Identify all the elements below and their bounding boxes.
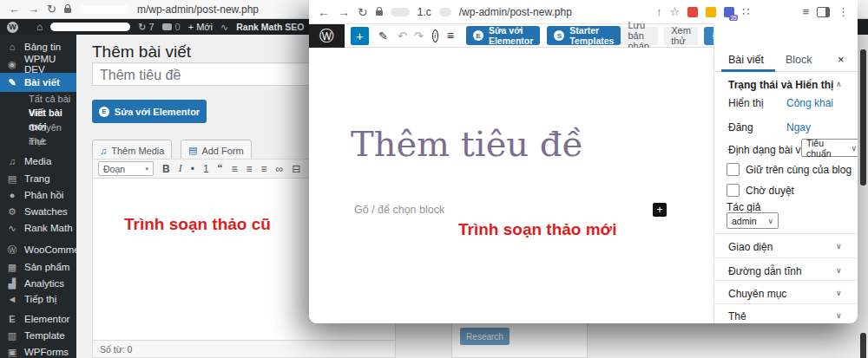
- pending-review-checkbox[interactable]: [727, 184, 740, 197]
- sidebar-item-marketing[interactable]: ◄ Tiếp thị: [0, 290, 76, 308]
- home-icon[interactable]: ⌂: [36, 21, 43, 33]
- address-bar[interactable]: /wp-admin/post-new.php: [459, 6, 572, 18]
- section-tags[interactable]: Thẻ: [728, 310, 746, 322]
- details-info-icon[interactable]: i: [432, 29, 438, 42]
- sidebar-item-woocommerce[interactable]: Ⓦ WooCommerce: [0, 241, 76, 258]
- numbered-list-icon[interactable]: 1: [203, 163, 209, 175]
- browser-menu-icon[interactable]: ⋮: [838, 5, 849, 18]
- sidebar-item-dashboard[interactable]: ⌂ Bảng tin: [0, 38, 76, 55]
- sidebar-item-tags[interactable]: Thẻ: [0, 134, 76, 148]
- back-icon[interactable]: ←: [318, 5, 330, 19]
- blockquote-icon[interactable]: “: [218, 162, 223, 175]
- back-icon[interactable]: ←: [9, 3, 20, 16]
- align-right-icon[interactable]: ≡: [261, 163, 267, 175]
- sidebar-item-swatches[interactable]: ⚙ Swatches: [0, 203, 76, 220]
- sticky-checkbox[interactable]: [727, 163, 740, 176]
- bullet-list-icon[interactable]: •: [191, 163, 194, 175]
- starter-templates-button[interactable]: S Starter Templates: [547, 26, 621, 45]
- tab-block[interactable]: Block: [786, 54, 812, 66]
- block-inserter-button[interactable]: +: [653, 203, 667, 217]
- extension-icon-lock[interactable]: [706, 7, 716, 17]
- caret-down-icon: ▾: [145, 166, 148, 172]
- edit-mode-pencil-icon[interactable]: ✎: [378, 29, 388, 42]
- link-icon[interactable]: ∞: [276, 163, 284, 175]
- share-icon[interactable]: ↑: [656, 5, 662, 18]
- sidebar-item-wpmu-dev[interactable]: ◉ WPMU DEV: [0, 55, 76, 73]
- sidebar-item-add-new-post[interactable]: Viết bài mới: [0, 106, 76, 120]
- status-section-title[interactable]: Trạng thái và Hiển thị: [728, 79, 833, 91]
- new-content-menu[interactable]: + Mới: [188, 22, 213, 32]
- undo-icon[interactable]: ↶: [398, 29, 407, 42]
- sidepanel-icon[interactable]: [817, 7, 830, 17]
- media-icon: ♫: [100, 146, 107, 156]
- more-tag-icon[interactable]: ⊟: [292, 163, 300, 175]
- sidebar-item-categories[interactable]: Chuyên mục: [0, 120, 76, 134]
- forward-icon[interactable]: →: [28, 3, 39, 16]
- redacted-domain: [391, 8, 410, 16]
- post-format-select[interactable]: Tiêu chuẩn ∨: [801, 139, 858, 157]
- comments-indicator[interactable]: 0: [162, 22, 181, 32]
- italic-icon[interactable]: I: [179, 162, 182, 175]
- comments-icon: [162, 23, 172, 30]
- forward-icon[interactable]: →: [338, 5, 350, 19]
- preview-button[interactable]: Xem thử: [664, 27, 698, 45]
- tab-list-icon[interactable]: ≡: [802, 5, 809, 18]
- extension-icon-shield[interactable]: 35: [724, 7, 734, 17]
- chevron-down-icon[interactable]: ∨: [836, 311, 842, 320]
- elementor-icon: E: [0, 314, 24, 324]
- sidebar-item-rank-math[interactable]: ∿ Rank Math: [0, 219, 76, 237]
- reload-icon[interactable]: ↻: [358, 5, 368, 19]
- reload-icon[interactable]: ↻: [47, 3, 56, 16]
- publish-value-link[interactable]: Ngay: [786, 121, 811, 133]
- edit-with-elementor-button[interactable]: E Sửa với Elementor: [92, 100, 207, 123]
- chevron-down-icon: ∨: [851, 144, 857, 153]
- section-theme-settings[interactable]: Giao diện: [728, 241, 773, 253]
- sidebar-item-analytics[interactable]: ▟ Analytics: [0, 275, 76, 292]
- publish-label: Đăng: [728, 121, 753, 133]
- bookmark-star-icon[interactable]: ☆: [669, 5, 680, 18]
- section-categories[interactable]: Chuyên mục: [728, 288, 786, 300]
- rank-math-menu[interactable]: Rank Math SEO: [236, 22, 304, 32]
- paragraph-style-select[interactable]: Đoạn ▾: [98, 161, 154, 176]
- chart-icon: ∿: [220, 22, 228, 33]
- sidebar-item-all-posts[interactable]: Tất cả bài viết: [0, 92, 76, 106]
- sidebar-item-pages[interactable]: ▤ Trang: [0, 170, 76, 187]
- updates-indicator[interactable]: ↻ 7: [138, 22, 154, 33]
- gutenberg-canvas[interactable]: Thêm tiêu đề Gõ / để chọn block + Trình …: [309, 48, 713, 323]
- block-inserter-button[interactable]: +: [351, 27, 369, 45]
- block-placeholder[interactable]: Gõ / để chọn block: [354, 204, 444, 216]
- section-permalink[interactable]: Đường dẫn tĩnh: [728, 265, 802, 277]
- sidebar-item-products[interactable]: ▦ Sản phẩm: [0, 258, 76, 276]
- close-icon[interactable]: ×: [838, 53, 845, 66]
- sidebar-item-posts[interactable]: ✎ Bài viết: [0, 73, 76, 92]
- align-left-icon[interactable]: ≡: [232, 163, 238, 175]
- background-scrollbar-thumb[interactable]: [860, 49, 866, 186]
- address-bar[interactable]: m/wp-admin/post-new.php: [137, 3, 259, 16]
- woocommerce-icon: Ⓦ: [0, 244, 24, 257]
- sidebar-item-comments[interactable]: ● Phản hồi: [0, 186, 76, 204]
- edit-with-elementor-button[interactable]: E Sửa với Elementor: [466, 26, 540, 45]
- bold-icon[interactable]: B: [162, 163, 170, 175]
- chevron-up-icon[interactable]: ∧: [836, 80, 842, 88]
- chevron-down-icon[interactable]: ∨: [836, 242, 842, 251]
- save-draft-button[interactable]: Lưu bản nháp: [621, 27, 658, 45]
- extension-icon-grid[interactable]: ∷: [742, 5, 749, 18]
- background-scrollbar-thumb[interactable]: [860, 333, 866, 358]
- sidebar-item-wpforms[interactable]: ▣ WPForms: [0, 343, 76, 358]
- wordpress-logo-icon[interactable]: W: [7, 22, 18, 33]
- author-select[interactable]: admin ∨: [727, 212, 779, 229]
- wordpress-logo-icon[interactable]: Ⓦ: [309, 24, 345, 48]
- research-button[interactable]: Research: [460, 328, 510, 345]
- tab-post[interactable]: Bài viết: [728, 54, 764, 66]
- sidebar-item-template[interactable]: ▥ Template: [0, 327, 76, 344]
- chevron-down-icon[interactable]: ∨: [836, 266, 842, 275]
- align-center-icon[interactable]: ≡: [247, 163, 253, 175]
- list-view-icon[interactable]: ≡: [447, 29, 454, 42]
- redo-icon[interactable]: ↷: [414, 29, 424, 42]
- visibility-value-link[interactable]: Công khai: [786, 97, 833, 109]
- post-title-input[interactable]: Thêm tiêu đề: [351, 124, 583, 164]
- chevron-down-icon[interactable]: ∨: [836, 289, 842, 297]
- sidebar-item-elementor[interactable]: E Elementor: [0, 310, 76, 328]
- sidebar-item-media[interactable]: ♫ Media: [0, 153, 76, 170]
- extension-icon-red[interactable]: [687, 7, 698, 17]
